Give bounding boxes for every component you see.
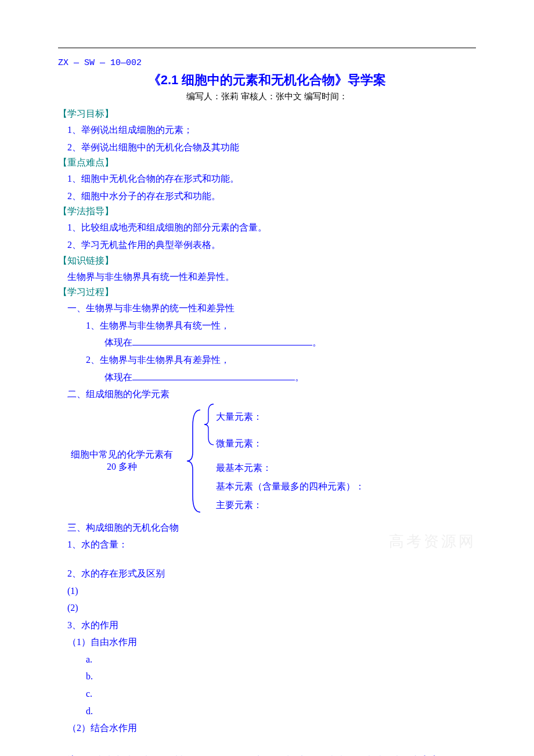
- process-heading: 二、组成细胞的化学元素: [58, 387, 476, 402]
- section-header-process: 【学习过程】: [58, 286, 476, 298]
- diagram-left-label: 细胞中常见的化学元素有 20 多种: [58, 449, 186, 473]
- section-header-knowledge: 【知识链接】: [58, 255, 476, 267]
- process-item: （1）自由水作用: [58, 635, 476, 650]
- list-sub-item: c.: [58, 686, 476, 701]
- process-heading: 一、生物界与非生物界的统一性和差异性: [58, 301, 476, 316]
- page-top-rule: [58, 48, 476, 48]
- diagram-item: 基本元素（含量最多的四种元素）：: [216, 477, 365, 496]
- doc-code: ZX — SW — 10—002: [58, 58, 476, 68]
- element-diagram: 细胞中常见的化学元素有 20 多种 大量元素： 微量元素： 最基本元素： 基本元…: [58, 408, 476, 514]
- process-item: 3、水的作用: [58, 618, 476, 633]
- process-item: 2、生物界与非生物界具有差异性，: [58, 352, 476, 368]
- diagram-right-block: 大量元素： 微量元素： 最基本元素： 基本元素（含量最多的四种元素）： 主要元素…: [203, 408, 365, 514]
- process-item: 1、生物界与非生物界具有统一性，: [58, 318, 476, 333]
- diagram-item: 微量元素：: [216, 434, 262, 453]
- method-item: 2、学习无机盐作用的典型举例表格。: [58, 237, 476, 253]
- fill-blank-line: 体现在。: [58, 335, 476, 350]
- list-sub-item: a.: [58, 652, 476, 667]
- brace-left-icon: [186, 409, 203, 513]
- section-header-method: 【学法指导】: [58, 206, 476, 218]
- section-header-keypoints: 【重点难点】: [58, 157, 476, 169]
- blank-underline[interactable]: [132, 380, 295, 380]
- diagram-item: 主要元素：: [216, 496, 365, 514]
- fill-blank-line: 体现在。: [58, 370, 476, 385]
- keypoint-item: 2、细胞中水分子的存在形式和功能。: [58, 189, 476, 204]
- process-item: （2）结合水作用: [58, 721, 476, 736]
- goal-item: 1、举例说出组成细胞的元素；: [58, 123, 476, 138]
- knowledge-item: 生物界与非生物界具有统一性和差异性。: [58, 269, 476, 285]
- process-item: (1): [58, 584, 476, 599]
- list-sub-item: d.: [58, 704, 476, 719]
- method-item: 1、比较组成地壳和组成细胞的部分元素的含量。: [58, 220, 476, 235]
- doc-authors: 编写人：张莉 审核人：张中文 编写时间：: [58, 91, 476, 102]
- watermark-text: 高考资源网: [389, 531, 476, 552]
- diagram-item: 最基本元素：: [216, 459, 365, 477]
- blank-underline[interactable]: [132, 345, 312, 345]
- fill-blank-prefix: 体现在: [104, 337, 132, 347]
- section-header-goals: 【学习目标】: [58, 108, 476, 120]
- fill-blank-prefix: 体现在: [104, 372, 132, 382]
- doc-title: 《2.1 细胞中的元素和无机化合物》导学案: [58, 71, 476, 89]
- footnote: 注：自由水和结合水是可以相互转化的，如血液凝固时，部分自由水转化为结合水。自由水…: [58, 753, 476, 756]
- diagram-left-line: 细胞中常见的化学元素有: [58, 449, 186, 461]
- brace-inner-icon: [203, 403, 216, 446]
- keypoint-item: 1、细胞中无机化合物的存在形式和功能。: [58, 171, 476, 186]
- process-item: 2、水的存在形式及区别: [58, 566, 476, 581]
- diagram-item: 大量元素：: [216, 408, 262, 426]
- period-mark: 。: [295, 372, 304, 382]
- list-sub-item: b.: [58, 669, 476, 684]
- diagram-left-line: 20 多种: [58, 461, 186, 473]
- period-mark: 。: [312, 337, 322, 347]
- process-item: (2): [58, 600, 476, 615]
- goal-item: 2、举例说出细胞中的无机化合物及其功能: [58, 140, 476, 155]
